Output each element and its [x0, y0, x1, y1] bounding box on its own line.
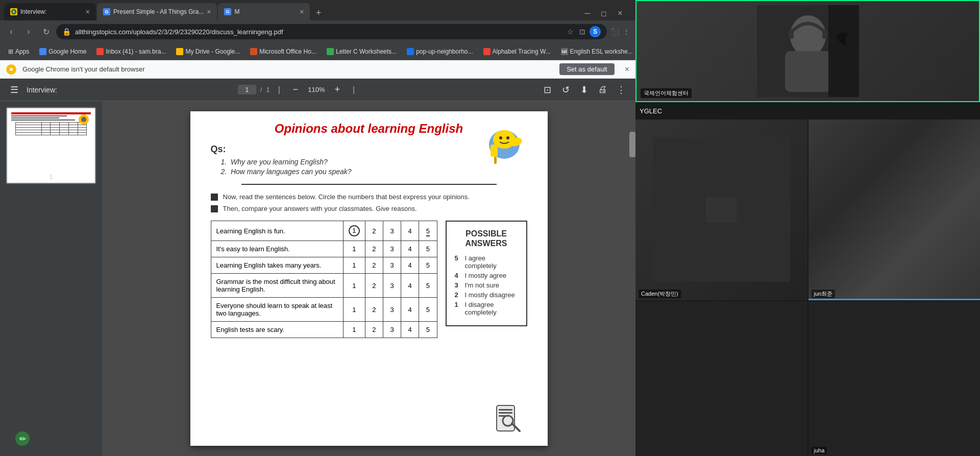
annotation-pencil-button[interactable]: ✏	[15, 431, 30, 446]
jun-video-content	[808, 119, 981, 300]
pdf-page: Opinions about learning English	[190, 111, 548, 446]
bookmark-drive[interactable]: My Drive - Google...	[172, 45, 244, 58]
pdf-more-button[interactable]: ⋮	[613, 82, 629, 98]
num-cell-2: 2	[365, 274, 383, 298]
profile-icon[interactable]: S	[590, 26, 601, 37]
table-row: Grammar is the most difficult thing abou…	[211, 274, 437, 298]
pdf-content-area[interactable]: Opinions about learning English	[102, 101, 635, 456]
bookmark-apps-label: Apps	[15, 48, 29, 55]
svg-rect-12	[499, 409, 512, 411]
bookmark-msoffice[interactable]: Microsoft Office Ho...	[246, 45, 321, 58]
alphabet-favicon	[483, 48, 491, 55]
bookmark-alphabet-label: Alphabet Tracing W...	[493, 48, 551, 55]
bookmark-alphabet[interactable]: Alphabet Tracing W...	[479, 45, 555, 58]
restore-button[interactable]: ◻	[597, 6, 611, 20]
doc-questions-section: Qs: 1. Why are you learning English? 2. …	[211, 144, 527, 176]
bullet-1	[211, 194, 218, 201]
tab-gmail[interactable]: G M ×	[218, 3, 310, 20]
bookmark-inbox[interactable]: Inbox (41) - sam.bra...	[92, 45, 170, 58]
pa-num-4: 4	[455, 272, 461, 279]
back-button[interactable]: ‹	[4, 25, 18, 39]
pdf-download-button[interactable]: ⬇	[576, 82, 593, 98]
doc-instruction-2-text: Then, compare your answers with your cla…	[223, 205, 417, 212]
svg-rect-21	[822, 31, 827, 39]
num-cell-2: 2	[365, 221, 383, 241]
pdf-fit-page-button[interactable]: ⊡	[540, 82, 556, 98]
bookmark-msoffice-label: Microsoft Office Ho...	[259, 48, 316, 55]
pdf-zoom-out-button[interactable]: −	[288, 83, 303, 97]
num-cell-5: 5	[419, 274, 437, 298]
close-button[interactable]: ×	[613, 6, 627, 20]
inbox-favicon	[96, 48, 104, 55]
num-cell-2: 2	[365, 257, 383, 274]
num-cell-3: 3	[383, 257, 401, 274]
num-cell-4: 4	[401, 322, 419, 338]
forward-button[interactable]: ›	[21, 25, 36, 39]
tab-present-close[interactable]: ×	[207, 8, 211, 16]
tab-interview[interactable]: E Interview: ×	[4, 3, 96, 20]
svg-point-10	[506, 136, 509, 139]
svg-rect-20	[789, 31, 794, 39]
notification-close-button[interactable]: ×	[625, 65, 629, 74]
pdf-page-separator: /	[260, 86, 262, 93]
address-bar-row: ‹ › ↻ 🔒 allthingstopics.com/uploads/2/3/…	[0, 20, 635, 43]
pdf-page-input[interactable]	[238, 85, 256, 94]
pdf-separator-2: |	[353, 85, 355, 94]
table-row: Learning English is fun. 1 2 3 4 5	[211, 221, 437, 241]
pdf-print-button[interactable]: 🖨	[595, 82, 611, 98]
svg-rect-22	[828, 5, 859, 97]
pdf-sidebar-toggle[interactable]: ☰	[6, 82, 22, 98]
pa-text-1: I disagree completely	[465, 301, 518, 316]
participant-tile-empty-1	[635, 301, 807, 457]
num-cell-1: 1	[343, 241, 365, 257]
pdf-scrollbar-thumb[interactable]	[629, 132, 635, 157]
tab-present[interactable]: G Present Simple - All Things Gra... ×	[97, 3, 217, 20]
cast-icon[interactable]: ⊡	[577, 27, 587, 37]
extensions-icon[interactable]: ⬛	[610, 27, 620, 37]
num-cell-5: 5	[419, 257, 437, 274]
tab-interview-close[interactable]: ×	[86, 8, 90, 16]
pdf-zoom-in-button[interactable]: +	[330, 83, 345, 97]
num-circled: 1	[349, 225, 360, 236]
bookmark-popup[interactable]: pop-up-neighborho...	[403, 45, 477, 58]
presenter-silhouette	[757, 5, 859, 97]
num-cell-1: 1	[343, 221, 365, 241]
num-cell-1: 1	[343, 322, 365, 338]
minimize-button[interactable]: ─	[580, 6, 595, 20]
pdf-thumbnail-1[interactable]: 1	[6, 107, 96, 184]
bookmark-letterc[interactable]: Letter C Worksheets...	[323, 45, 401, 58]
set-default-button[interactable]: Set as default	[559, 63, 615, 75]
num-cell-3: 3	[383, 322, 401, 338]
new-tab-button[interactable]: +	[311, 5, 326, 20]
address-text: allthingstopics.com/uploads/2/3/2/9/2329…	[75, 28, 561, 36]
svg-point-18	[790, 15, 826, 56]
pdf-rotate-button[interactable]: ↺	[558, 82, 574, 98]
sentence-cell: English tests are scary.	[211, 322, 343, 338]
doc-instruction-1-text: Now, read the sentences below. Circle th…	[223, 193, 470, 201]
pa-num-1: 1	[455, 301, 461, 308]
pdf-scrollbar[interactable]	[629, 101, 635, 456]
pdf-thumb-content	[9, 110, 93, 172]
pa-text-5: I agree completely	[465, 254, 518, 270]
drive-favicon	[176, 48, 183, 55]
num-cell-1: 1	[343, 298, 365, 322]
possible-answers-box: POSSIBLE ANSWERS 5 I agree completely 4 …	[446, 221, 527, 326]
svg-text:E: E	[13, 10, 15, 13]
doc-question-2: 2. How many languages can you speak?	[221, 167, 527, 176]
table-row: Learning English takes many years. 1 2 3…	[211, 257, 437, 274]
reload-button[interactable]: ↻	[39, 25, 53, 39]
bookmark-google-home[interactable]: Google Home	[35, 45, 90, 58]
address-bar[interactable]: 🔒 allthingstopics.com/uploads/2/3/2/9/23…	[56, 24, 607, 39]
main-video-content	[636, 1, 979, 101]
sentence-cell: Grammar is the most difficult thing abou…	[211, 274, 343, 298]
bookmark-star-icon[interactable]: ☆	[565, 27, 575, 37]
participant-video-jun	[808, 119, 981, 300]
bookmark-isl[interactable]: isl English ESL workshe...	[557, 45, 637, 58]
tab-interview-label: Interview:	[20, 8, 83, 15]
menu-button[interactable]: ⋮	[621, 27, 631, 37]
tab-gmail-close[interactable]: ×	[300, 8, 304, 16]
num-cell-3: 3	[383, 274, 401, 298]
bullet-2	[211, 205, 218, 212]
bookmark-inbox-label: Inbox (41) - sam.bra...	[106, 48, 166, 55]
bookmark-apps[interactable]: ⊞ Apps	[4, 45, 33, 58]
